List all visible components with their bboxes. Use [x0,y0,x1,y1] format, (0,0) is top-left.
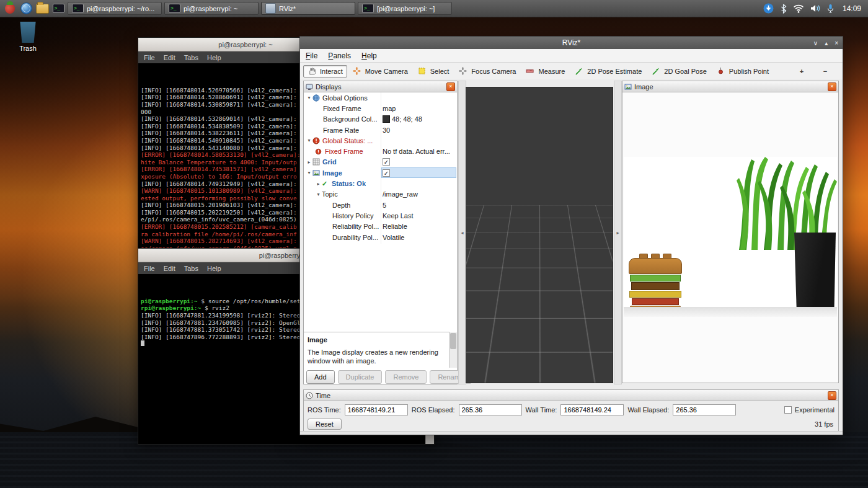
publish-point-icon [717,68,725,75]
pose-arrow-icon [575,68,583,75]
reset-button[interactable]: Reset [308,419,342,430]
duplicate-button: Duplicate [338,370,383,384]
terminal-menu-item[interactable]: Edit [164,265,175,272]
property-value[interactable]: 5 [383,202,456,209]
menu-file[interactable]: File [306,51,317,60]
close-displays-icon[interactable] [446,82,455,91]
tool-2d-goal-pose[interactable]: 2D Goal Pose [647,65,711,78]
terminal-menu-item[interactable]: Edit [164,54,175,61]
experimental-checkbox[interactable] [784,406,792,414]
tree-row-status-fixed-frame[interactable]: Fixed Frame No tf data. Actual err... [304,146,457,156]
tree-row-fixed-frame[interactable]: Fixed Frame map [304,103,457,113]
trash-icon [19,22,37,43]
volume-icon[interactable] [810,4,821,13]
updates-icon[interactable] [763,3,774,14]
displays-panel-title: Displays [316,83,342,91]
property-value[interactable]: 48; 48; 48 [383,115,456,123]
menu-launcher[interactable] [3,2,17,16]
property-value[interactable]: Volatile [383,234,456,241]
tree-row-history-policy[interactable]: History Policy Keep Last [304,210,457,221]
property-value[interactable]: map [383,105,456,112]
add-tool-button[interactable]: + [790,65,813,78]
tree-row-frame-rate[interactable]: Frame Rate 30 [304,125,457,135]
tool-interact[interactable]: Interact [303,65,347,78]
status-message: No tf data. Actual err... [383,148,456,155]
image-enabled-checkbox[interactable] [383,169,390,177]
taskbar-window-terminal-3[interactable]: [pi@raspberrypi: ~] [358,2,452,15]
rviz-titlebar[interactable]: RViz* ∨ ▴ × [300,37,843,49]
close-time-panel-icon[interactable] [828,391,836,400]
maximize-button[interactable]: ▴ [825,40,828,47]
displays-panel-header[interactable]: Displays [304,81,457,92]
expander-icon[interactable] [315,181,322,187]
image-panel-header[interactable]: Image [622,81,838,92]
taskbar: pi@raspberrypi: ~/ro... pi@raspberrypi: … [0,0,868,17]
ros-elapsed-field[interactable] [459,404,522,415]
tool-2d-pose-estimate[interactable]: 2D Pose Estimate [570,65,646,78]
3d-viewport[interactable] [466,87,613,383]
wall-elapsed-field[interactable] [673,404,736,415]
tool-move-camera[interactable]: Move Camera [348,65,412,78]
time-panel: Time ROS Time: ROS Elapsed: Wall Time: W… [303,389,839,432]
expander-icon[interactable] [306,159,312,165]
tree-row-reliability-policy[interactable]: Reliability Pol... Reliable [304,221,457,232]
terminal-menu-item[interactable]: Help [207,265,221,272]
terminal-menu-item[interactable]: File [144,265,155,272]
grid-enabled-checkbox[interactable] [383,158,390,166]
terminal-launcher[interactable] [51,2,65,16]
tree-row-durability-policy[interactable]: Durability Pol... Volatile [304,232,457,242]
tool-measure[interactable]: Measure [521,65,569,78]
scrollbar-thumb[interactable] [450,333,456,349]
wall-elapsed-label: Wall Elapsed: [627,406,669,414]
browser-launcher[interactable] [19,2,33,16]
shade-button[interactable]: ∨ [813,40,818,47]
close-image-panel-icon[interactable] [828,82,836,91]
tree-row-global-options[interactable]: Global Options [304,92,457,103]
remove-tool-button[interactable]: − [814,65,836,78]
expander-icon[interactable] [306,95,312,100]
wall-time-field[interactable] [560,404,624,415]
tree-row-global-status[interactable]: Global Status: ... [304,135,457,146]
tree-row-status-ok[interactable]: Status: Ok [304,178,457,189]
taskbar-window-terminal-2[interactable]: pi@raspberrypi: ~ [164,2,259,15]
tool-focus-camera[interactable]: Focus Camera [454,65,520,78]
property-value[interactable]: 30 [383,126,456,134]
property-value[interactable]: Keep Last [383,212,456,220]
error-badge-icon [312,137,321,144]
property-value[interactable]: Reliable [383,223,456,230]
clock-icon [306,392,313,399]
add-button[interactable]: Add [306,370,335,384]
ros-time-field[interactable] [345,404,408,415]
close-button[interactable]: × [835,40,838,47]
terminal-menu-item[interactable]: File [144,54,155,61]
file-manager-launcher[interactable] [35,2,49,16]
wifi-icon[interactable] [793,4,804,13]
terminal-menu-item[interactable]: Tabs [184,54,198,61]
taskbar-clock: 14:09 [843,4,861,13]
taskbar-window-terminal-1[interactable]: pi@raspberrypi: ~/ro... [68,2,162,15]
terminal-menu-item[interactable]: Tabs [184,265,198,272]
rviz-resize-strip[interactable] [300,431,843,435]
time-panel-header[interactable]: Time [304,390,838,401]
tree-row-topic[interactable]: Topic /image_raw [304,189,457,200]
tool-publish-point[interactable]: Publish Point [712,65,773,78]
property-value[interactable]: /image_raw [383,190,456,198]
globe-icon [20,2,32,14]
tool-select[interactable]: Select [414,65,454,78]
expander-icon[interactable] [306,170,312,175]
trash-shortcut[interactable]: Trash [12,22,43,52]
tree-row-background-color[interactable]: Background Col... 48; 48; 48 [304,114,457,125]
menu-help[interactable]: Help [361,51,377,60]
expander-icon[interactable] [315,192,322,197]
terminal-menu-item[interactable]: Help [207,54,221,61]
taskbar-window-rviz[interactable]: RViz* [261,2,355,15]
tree-row-grid[interactable]: Grid [304,157,457,167]
tree-row-image[interactable]: Image [304,167,457,178]
microphone-icon[interactable] [827,4,834,14]
expander-icon[interactable] [306,138,312,143]
menu-panels[interactable]: Panels [328,51,351,60]
image-splitter-handle[interactable] [614,81,622,384]
tree-row-depth[interactable]: Depth 5 [304,200,457,210]
description-scrollbar[interactable] [449,332,457,368]
bluetooth-icon[interactable] [780,4,787,14]
